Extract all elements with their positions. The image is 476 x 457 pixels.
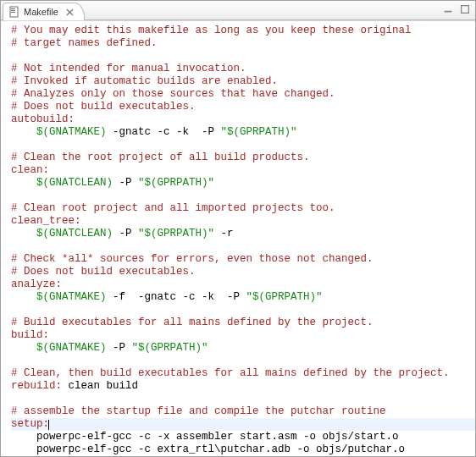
code-line: # Clean the root project of all build pr… [11, 151, 475, 164]
code-line [11, 139, 475, 151]
tab-bar: Makefile [1, 1, 475, 20]
code-line [11, 393, 475, 405]
svg-rect-3 [11, 12, 15, 13]
code-line: # Analyzes only on those sources that ha… [11, 88, 475, 101]
code-line [11, 240, 475, 253]
code-line [11, 190, 475, 202]
code-line: $(GNATMAKE) -gnatc -c -k -P "$(GPRPATH)" [11, 126, 475, 139]
code-line: # Clean, then build executables for all … [11, 367, 475, 380]
code-text[interactable]: # You may edit this makefile as long as … [1, 21, 475, 456]
code-line [11, 50, 475, 63]
code-line: setup: [11, 418, 475, 431]
file-icon [8, 6, 20, 18]
caret [48, 420, 49, 430]
code-line: autobuild: [11, 113, 475, 126]
code-line: # Does not build executables. [11, 101, 475, 113]
svg-rect-4 [445, 11, 452, 13]
code-line: $(GNATMAKE) -P "$(GPRPATH)" [11, 342, 475, 355]
code-line: # Check *all* sources for errors, even t… [11, 253, 475, 266]
svg-rect-2 [11, 10, 15, 11]
code-line: rebuild: clean build [11, 380, 475, 393]
code-line: powerpc-elf-gcc -c -x assembler start.as… [11, 431, 475, 443]
close-icon[interactable] [65, 7, 75, 17]
code-line: # Build executables for all mains define… [11, 317, 475, 329]
code-line: clean_tree: [11, 215, 475, 228]
code-line: clean: [11, 164, 475, 177]
maximize-icon[interactable] [458, 3, 472, 16]
code-line: analyze: [11, 278, 475, 291]
code-line: # assemble the startup file and compile … [11, 405, 475, 418]
code-line: # Does not build executables. [11, 266, 475, 278]
minimize-icon[interactable] [441, 3, 455, 16]
code-line: # Not intended for manual invocation. [11, 63, 475, 75]
code-line: build: [11, 329, 475, 342]
editor-area: # You may edit this makefile as long as … [1, 20, 475, 456]
code-line: $(GNATCLEAN) -P "$(GPRPATH)" [11, 177, 475, 190]
code-line: # You may edit this makefile as long as … [11, 25, 475, 37]
editor-window: Makefile # You may edit this makefile as… [0, 0, 476, 457]
code-line [11, 355, 475, 367]
code-line: # Clean root project and all imported pr… [11, 202, 475, 215]
code-line: # Invoked if automatic builds are enable… [11, 75, 475, 88]
svg-rect-5 [462, 6, 469, 14]
tab-label: Makefile [24, 7, 58, 17]
code-line: $(GNATMAKE) -f -gnatc -c -k -P "$(GPRPAT… [11, 291, 475, 304]
code-line: # target names defined. [11, 37, 475, 50]
tab-makefile[interactable]: Makefile [3, 3, 85, 20]
code-line [11, 304, 475, 317]
svg-rect-1 [11, 8, 15, 9]
code-line: $(GNATCLEAN) -P "$(GPRPATH)" -r [11, 228, 475, 240]
code-line: powerpc-elf-gcc -c extra_rtl\putchar.adb… [11, 443, 475, 456]
